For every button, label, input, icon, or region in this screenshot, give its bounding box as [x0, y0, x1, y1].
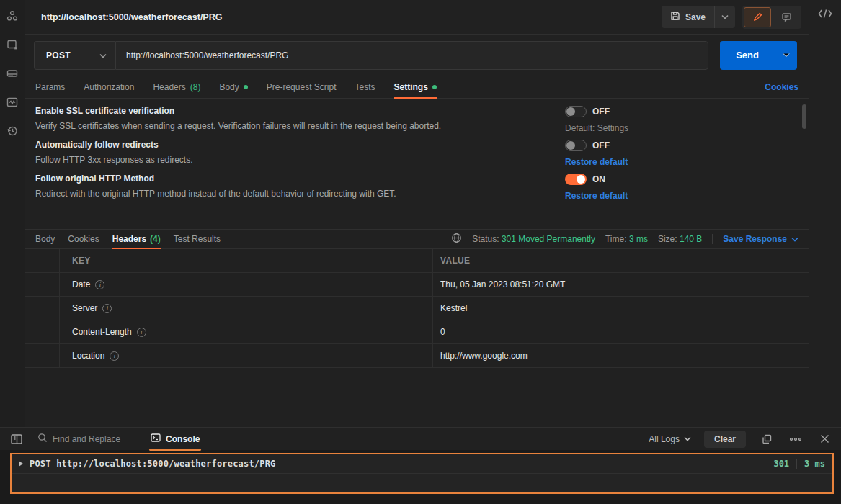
log-status: 301	[773, 459, 789, 469]
tab-pre-request-script[interactable]: Pre-request Script	[267, 76, 337, 99]
response-tab-test-results[interactable]: Test Results	[174, 230, 221, 249]
response-tab-body[interactable]: Body	[35, 230, 55, 249]
table-row[interactable]: Date i Thu, 05 Jan 2023 08:51:20 GMT	[25, 273, 809, 297]
save-button-label: Save	[685, 12, 706, 22]
environments-icon[interactable]	[4, 65, 21, 82]
save-response-button[interactable]: Save Response	[723, 234, 798, 244]
url-input[interactable]: http://localhost:5000/weatherforecast/PR…	[115, 41, 708, 70]
tab-params[interactable]: Params	[35, 76, 65, 99]
size-badge: Size: 140 B	[658, 234, 702, 244]
clear-console-button[interactable]: Clear	[704, 431, 746, 448]
toggle-state-label: ON	[592, 174, 605, 184]
toggle-state-label: OFF	[592, 140, 610, 150]
headers-count: (8)	[190, 82, 201, 92]
header-value: Kestrel	[433, 297, 809, 320]
header-value: 0	[433, 320, 809, 343]
info-icon[interactable]: i	[95, 280, 104, 289]
cookies-link[interactable]: Cookies	[765, 82, 798, 92]
find-and-replace[interactable]: Find and Replace	[37, 433, 120, 445]
table-row[interactable]: Location i http://www.google.com	[25, 344, 809, 368]
follow-redirects-toggle[interactable]	[565, 140, 587, 151]
header-value: http://www.google.com	[433, 344, 809, 367]
tab-authorization[interactable]: Authorization	[84, 76, 134, 99]
copy-icon[interactable]	[759, 434, 775, 444]
response-headers-count: (4)	[150, 234, 161, 244]
left-sidebar	[0, 0, 25, 427]
save-button-group: Save	[662, 6, 735, 28]
ssl-toggle[interactable]	[565, 106, 587, 117]
key-column-header: KEY	[60, 249, 433, 272]
info-icon[interactable]: i	[110, 351, 119, 361]
console-icon	[151, 433, 161, 444]
tab-settings[interactable]: Settings	[394, 76, 437, 99]
history-icon[interactable]	[4, 122, 21, 140]
method-select[interactable]: POST	[34, 41, 115, 70]
panel-toggle-icon[interactable]	[9, 434, 25, 444]
setting-description: Follow HTTP 3xx responses as redirects.	[35, 155, 565, 165]
console-panel: POST http://localhost:5000/weatherforeca…	[0, 450, 841, 504]
postman-app: http://localhost:5000/weatherforecast/PR…	[0, 0, 841, 504]
setting-row-redirects: Automatically follow redirects Follow HT…	[35, 140, 791, 167]
header-key: Content-Length	[72, 327, 132, 337]
response-tab-headers[interactable]: Headers (4)	[112, 230, 161, 249]
apis-icon[interactable]	[4, 36, 21, 53]
divider	[712, 234, 713, 244]
edit-pencil-button[interactable]	[744, 7, 771, 27]
console-log-entry[interactable]: POST http://localhost:5000/weatherforeca…	[12, 454, 832, 474]
header-key: Server	[72, 303, 97, 313]
log-time: 3 ms	[804, 459, 825, 469]
setting-title: Follow original HTTP Method	[35, 174, 565, 184]
header-value: Thu, 05 Jan 2023 08:51:20 GMT	[433, 273, 809, 296]
green-dot	[432, 85, 437, 89]
response-tab-cookies[interactable]: Cookies	[68, 230, 99, 249]
send-button[interactable]: Send	[720, 41, 775, 70]
request-builder: POST http://localhost:5000/weatherforeca…	[25, 35, 809, 76]
tab-body[interactable]: Body	[219, 76, 247, 99]
request-tabs: Params Authorization Headers (8) Body Pr…	[25, 76, 809, 99]
footer-bar: Find and Replace Console All Logs Clear	[0, 427, 841, 450]
restore-default-link[interactable]: Restore default	[565, 191, 791, 201]
code-icon[interactable]	[818, 9, 832, 21]
main-panel: http://localhost:5000/weatherforecast/PR…	[25, 0, 809, 427]
table-row[interactable]: Content-Length i 0	[25, 320, 809, 344]
more-options-icon[interactable]	[788, 438, 804, 441]
default-settings-line: Default: Settings	[565, 123, 791, 133]
send-button-group: Send	[720, 41, 797, 70]
monitors-icon[interactable]	[4, 94, 21, 111]
collections-icon[interactable]	[4, 7, 21, 24]
tab-tests[interactable]: Tests	[355, 76, 375, 99]
setting-title: Automatically follow redirects	[35, 140, 565, 150]
settings-link[interactable]: Settings	[597, 123, 628, 133]
console-tab[interactable]: Console	[149, 428, 201, 451]
log-filter-select[interactable]: All Logs	[649, 434, 691, 444]
response-meta: Status: 301 Moved Permanently Time: 3 ms…	[233, 233, 798, 246]
globe-icon[interactable]	[451, 233, 462, 246]
restore-default-link[interactable]: Restore default	[565, 157, 791, 167]
info-icon[interactable]: i	[137, 328, 146, 337]
close-icon[interactable]	[816, 434, 832, 444]
response-headers-table: KEY VALUE Date i Thu, 05 Jan 2023 08:51:…	[25, 248, 809, 368]
edit-comment-toggle	[742, 6, 801, 29]
save-options-chevron[interactable]	[714, 6, 735, 28]
setting-row-ssl: Enable SSL certificate verification Veri…	[35, 106, 791, 133]
table-header-row: KEY VALUE	[25, 249, 809, 273]
time-badge: Time: 3 ms	[605, 234, 648, 244]
response-header: Body Cookies Headers (4) Test Results	[25, 229, 809, 248]
divider	[796, 459, 797, 469]
tab-headers[interactable]: Headers (8)	[153, 76, 200, 99]
expand-arrow-icon[interactable]	[19, 461, 23, 467]
setting-description: Verify SSL certificates when sending a r…	[35, 121, 565, 131]
original-http-method-toggle[interactable]	[565, 174, 587, 185]
header-key: Date	[72, 279, 90, 289]
request-tab-header: http://localhost:5000/weatherforecast/PR…	[25, 0, 809, 35]
scrollbar-thumb[interactable]	[802, 104, 806, 129]
info-icon[interactable]: i	[102, 304, 112, 313]
table-row[interactable]: Server i Kestrel	[25, 297, 809, 320]
comments-button[interactable]	[773, 7, 800, 27]
right-sidebar	[809, 0, 841, 427]
send-options-chevron[interactable]	[775, 41, 797, 70]
setting-title: Enable SSL certificate verification	[35, 106, 565, 116]
value-column-header: VALUE	[433, 249, 809, 272]
setting-row-http-method: Follow original HTTP Method Redirect wit…	[35, 174, 791, 201]
save-button[interactable]: Save	[662, 6, 714, 28]
